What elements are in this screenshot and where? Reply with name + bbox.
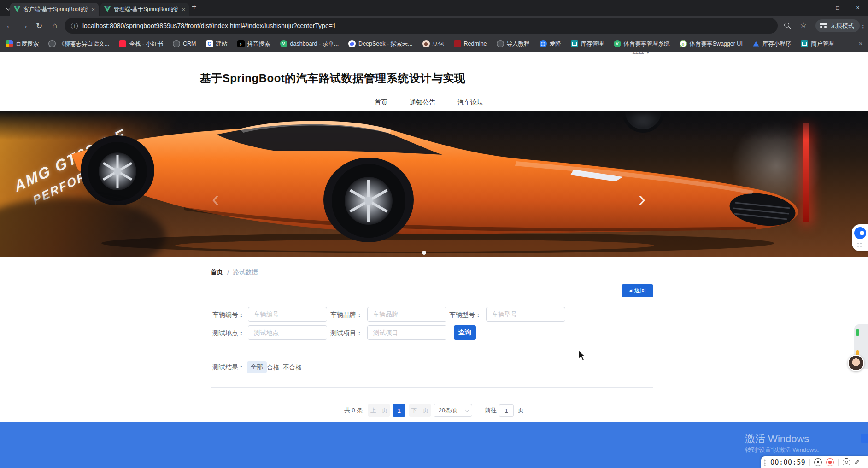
tab-title: 管理端-基于SpringBoot的汽车 xyxy=(114,6,178,13)
bookmark-item[interactable]: ♪抖音搜索 xyxy=(237,40,270,48)
breadcrumb-home[interactable]: 首页 xyxy=(211,268,223,276)
filter-option-all[interactable]: 全部 xyxy=(247,361,267,373)
browser-menu-icon[interactable]: ⋮ xyxy=(860,21,867,29)
goto-label: 前往 xyxy=(485,404,497,417)
baidu-grid-icon xyxy=(6,40,13,47)
goto-page-input[interactable] xyxy=(499,404,514,417)
breadcrumb-separator: / xyxy=(227,269,229,276)
teal-app-icon xyxy=(571,40,578,47)
screen-recorder-bar: 00:00:59 ✎ xyxy=(761,456,868,468)
site-info-icon[interactable]: i xyxy=(71,23,78,29)
field-label-vehicle-no: 车辆编号： xyxy=(208,310,245,319)
tab-close-icon[interactable]: × xyxy=(182,6,185,13)
browser-tab-client[interactable]: 客户端-基于SpringBoot的汽车 × xyxy=(10,3,99,16)
zoom-search-icon[interactable] xyxy=(784,23,789,28)
url-text[interactable]: localhost:8080/springboot9859us78/front/… xyxy=(82,22,336,29)
browser-assistant-widget[interactable] xyxy=(852,224,868,251)
field-label-test-location: 测试地点： xyxy=(208,328,245,338)
bookmark-item[interactable]: 建站 xyxy=(206,40,228,48)
bookmark-item[interactable]: DeepSeek - 探索未... xyxy=(348,40,412,48)
vehicle-brand-input[interactable] xyxy=(367,307,446,322)
bookmark-item[interactable]: 全栈 - 小红书 xyxy=(119,40,163,48)
stop-recording-icon[interactable] xyxy=(826,458,834,466)
carousel-indicator-dot[interactable] xyxy=(422,251,426,255)
field-label-vehicle-brand: 车辆品牌： xyxy=(326,310,363,319)
incognito-label: 无痕模式 xyxy=(830,22,854,30)
deepseek-whale-icon xyxy=(348,40,356,47)
pause-recording-icon[interactable] xyxy=(814,458,822,466)
bookmark-item[interactable]: 体育赛事管理系统 xyxy=(614,40,670,48)
page-size-select[interactable]: 20条/页 xyxy=(434,404,472,417)
address-bar[interactable]: i localhost:8080/springboot9859us78/fron… xyxy=(65,18,778,34)
pagination-page-1[interactable]: 1 xyxy=(393,404,405,417)
hero-carousel: AMG GT63 S E PERFORMANCE xyxy=(0,111,868,257)
bookmark-item[interactable]: 豆包 xyxy=(422,40,444,48)
teal-app-icon xyxy=(801,40,808,47)
close-window-button[interactable]: × xyxy=(848,0,868,16)
bookmark-item[interactable]: 商户管理 xyxy=(801,40,834,48)
field-label-vehicle-model: 车辆型号： xyxy=(445,310,481,319)
bookmarks-overflow-icon[interactable]: » xyxy=(859,39,862,47)
pagination-prev-button[interactable]: 上一页 xyxy=(368,404,390,417)
search-button[interactable]: 查询 xyxy=(454,325,476,340)
green-tab-icon xyxy=(856,329,859,336)
screenshot-camera-icon[interactable] xyxy=(843,460,850,465)
back-button[interactable]: ◀ 返回 xyxy=(622,284,653,297)
bookmark-item[interactable]: 百度搜索 xyxy=(6,40,39,48)
carousel-next-icon[interactable]: › xyxy=(639,188,645,209)
sidebar-assistant-widget[interactable] xyxy=(854,324,868,369)
windows-activation-hint: 转到“设置”以激活 Windows。 xyxy=(745,446,823,454)
divider xyxy=(838,459,839,466)
screen: 客户端-基于SpringBoot的汽车 × 管理端-基于SpringBoot的汽… xyxy=(0,0,868,468)
vehicle-model-input[interactable] xyxy=(486,307,565,322)
filter-option-pass[interactable]: 合格 xyxy=(267,363,279,372)
bookmark-item[interactable]: Redmine xyxy=(454,40,487,47)
globe-icon xyxy=(497,40,504,47)
divider xyxy=(809,459,810,466)
section-divider xyxy=(211,387,653,388)
field-label-test-item: 测试项目： xyxy=(326,328,363,338)
windows-activation-watermark: 激活 Windows xyxy=(745,432,809,446)
pagination-next-button[interactable]: 下一页 xyxy=(409,404,431,417)
xiaohongshu-icon xyxy=(119,40,126,47)
browser-tab-admin[interactable]: 管理端-基于SpringBoot的汽车 × xyxy=(100,3,189,16)
pagination-total: 共 0 条 xyxy=(344,404,363,417)
bookmark-item[interactable]: 库存管理 xyxy=(571,40,604,48)
chevron-down-icon xyxy=(465,408,469,412)
new-tab-button[interactable]: + xyxy=(192,2,197,12)
home-icon[interactable]: ⌂ xyxy=(48,16,62,36)
back-icon[interactable]: ← xyxy=(3,16,17,36)
bookmark-item[interactable]: CRM xyxy=(173,40,196,47)
user-dropdown[interactable]: 1111 ▼ xyxy=(632,52,650,55)
mouse-cursor xyxy=(578,350,586,361)
drag-dots-icon xyxy=(857,243,859,244)
filter-option-fail[interactable]: 不合格 xyxy=(283,363,302,372)
bookmark-item[interactable]: 《聊斋志异白话文... xyxy=(48,40,109,48)
bookmark-item[interactable]: 导入教程 xyxy=(497,40,530,48)
vehicle-no-input[interactable] xyxy=(248,307,327,322)
test-item-input[interactable] xyxy=(367,325,446,340)
drag-handle-icon[interactable] xyxy=(764,459,766,466)
chevron-down-icon: ▼ xyxy=(646,52,650,55)
nav-item-home[interactable]: 首页 xyxy=(375,99,387,107)
bookmark-item[interactable]: 库存小程序 xyxy=(752,40,792,48)
triangle-app-icon xyxy=(752,40,760,47)
nav-item-forum[interactable]: 汽车论坛 xyxy=(457,99,483,107)
tab-close-icon[interactable]: × xyxy=(91,6,95,13)
incognito-badge: 无痕模式 xyxy=(815,19,860,32)
minimize-button[interactable]: – xyxy=(807,0,827,16)
bookmark-item[interactable]: dashboard - 录单... xyxy=(280,40,339,48)
forward-icon[interactable]: → xyxy=(18,16,31,36)
edge-mini-button[interactable] xyxy=(861,434,868,443)
annotate-pencil-icon[interactable]: ✎ xyxy=(854,459,860,466)
globe-icon xyxy=(48,40,56,47)
bookmark-item[interactable]: 体育赛事Swagger UI xyxy=(680,40,743,48)
assistant-avatar[interactable] xyxy=(848,355,864,371)
maximize-button[interactable]: □ xyxy=(827,0,848,16)
reload-icon[interactable]: ↻ xyxy=(32,16,46,36)
bookmark-star-icon[interactable]: ☆ xyxy=(800,20,807,30)
carousel-prev-icon[interactable]: ‹ xyxy=(212,188,219,209)
bookmark-item[interactable]: 爱降 xyxy=(540,40,561,48)
test-location-input[interactable] xyxy=(248,325,327,340)
nav-item-notice[interactable]: 通知公告 xyxy=(410,99,435,107)
